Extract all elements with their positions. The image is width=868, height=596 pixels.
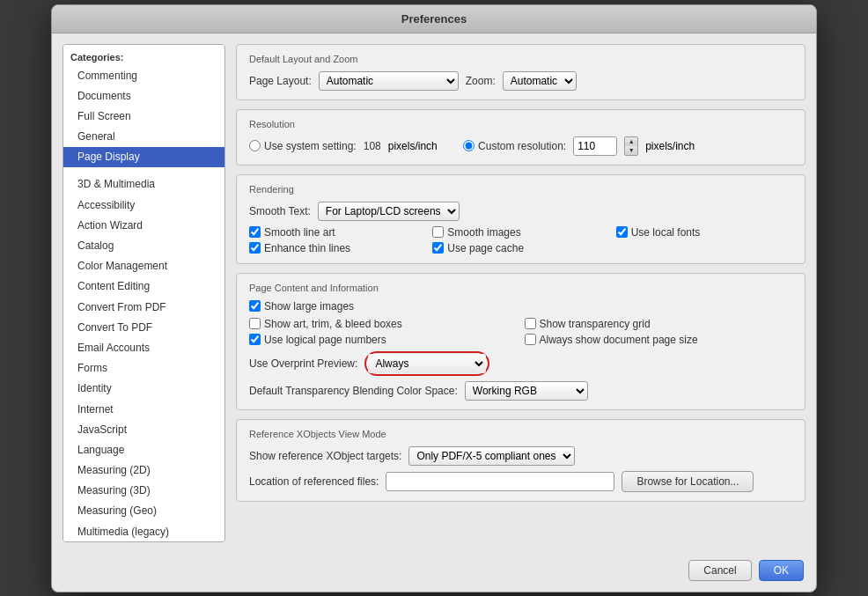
smooth-line-art-input[interactable] [249,226,261,238]
custom-resolution-input[interactable] [573,136,617,156]
sidebar-item-measuring-geo[interactable]: Measuring (Geo) [63,501,224,521]
use-page-cache-input[interactable] [432,242,444,254]
zoom-label: Zoom: [466,75,496,87]
use-local-fonts-checkbox: Use local fonts [616,226,792,239]
reference-xobjects-title: Reference XObjects View Mode [249,429,792,439]
smooth-text-label: Smooth Text: [249,205,311,217]
sidebar-item-identity[interactable]: Identity [63,379,224,399]
show-art-trim-label: Show art, trim, & bleed boxes [249,318,518,330]
custom-resolution-label: Custom resolution: [463,140,566,152]
rendering-section: Rendering Smooth Text: For Laptop/LCD sc… [236,174,805,264]
page-layout-label: Page Layout: [249,75,312,87]
sidebar-item-convert-from-pdf[interactable]: Convert From PDF [63,298,224,318]
sidebar-item-3d-multimedia[interactable]: 3D & Multimedia [63,174,224,195]
show-transparency-grid-input[interactable] [525,318,536,329]
sidebar-item-general[interactable]: General [63,127,224,147]
sidebar-item-full-screen[interactable]: Full Screen [63,107,224,127]
transparency-label: Default Transparency Blending Color Spac… [249,385,458,397]
show-targets-label: Show reference XObject targets: [249,450,401,462]
smooth-text-select[interactable]: For Laptop/LCD screens For Monitor For e… [318,202,460,221]
sidebar-item-accessibility[interactable]: Accessibility [63,195,224,216]
sidebar-item-forms[interactable]: Forms [63,358,224,379]
sidebar-item-measuring-2d[interactable]: Measuring (2D) [63,460,224,481]
overprint-select-wrapper: Always Only for PDF/X files Never [364,351,489,376]
categories-sidebar: Categories: Commenting Documents Full Sc… [63,44,225,542]
sidebar-item-multimedia-legacy[interactable]: Multimedia (legacy) [63,522,224,542]
preferences-dialog: Preferences Categories: Commenting Docum… [51,4,817,592]
show-large-images-input[interactable] [249,300,261,312]
page-content-section: Page Content and Information Show large … [236,273,805,410]
overprint-row: Use Overprint Preview: Always Only for P… [249,351,792,376]
show-large-images-label: Show large images [249,300,354,313]
location-input[interactable] [386,472,614,491]
smooth-text-row: Smooth Text: For Laptop/LCD screens For … [249,202,792,221]
use-system-radio[interactable] [249,140,261,151]
sidebar-item-internet[interactable]: Internet [63,400,224,420]
title-text: Preferences [401,12,467,26]
page-layout-row: Page Layout: Automatic Single Page Singl… [249,71,792,91]
transparency-row: Default Transparency Blending Color Spac… [249,381,792,401]
overprint-label: Use Overprint Preview: [249,357,357,370]
enhance-thin-lines-checkbox: Enhance thin lines [249,242,425,254]
zoom-select[interactable]: Automatic Fit Page Fit Width Fit Visible… [503,71,577,91]
use-logical-page-numbers-label: Use logical page numbers [249,334,518,346]
show-art-trim-input[interactable] [249,318,261,329]
sidebar-item-measuring-3d[interactable]: Measuring (3D) [63,481,224,501]
show-targets-select[interactable]: Only PDF/X-5 compliant ones Always Never [408,446,575,466]
sidebar-item-catalog[interactable]: Catalog [63,236,224,256]
resolution-title: Resolution [249,119,792,129]
sidebar-group2: 3D & Multimedia Accessibility Action Wiz… [63,174,224,541]
stepper-down-button[interactable]: ▼ [625,146,637,155]
use-local-fonts-input[interactable] [616,226,628,238]
location-label: Location of referenced files: [249,475,379,488]
cancel-button[interactable]: Cancel [688,560,751,581]
smooth-line-art-checkbox: Smooth line art [249,226,425,239]
reference-xobjects-section: Reference XObjects View Mode Show refere… [236,419,805,502]
smooth-images-checkbox: Smooth images [432,226,608,239]
transparency-select[interactable]: Working RGB Working CMYK sRGB IEC61966-2… [465,381,588,401]
sidebar-item-javascript[interactable]: JavaScript [63,420,224,440]
sidebar-item-email-accounts[interactable]: Email Accounts [63,338,224,358]
sidebar-item-color-management[interactable]: Color Management [63,256,224,276]
main-content: Default Layout and Zoom Page Layout: Aut… [236,44,805,542]
sidebar-divider [63,167,224,174]
dialog-body: Categories: Commenting Documents Full Sc… [52,33,816,553]
use-logical-page-numbers-input[interactable] [249,334,261,345]
sidebar-item-language[interactable]: Language [63,440,224,460]
smooth-images-input[interactable] [432,226,444,238]
enhance-thin-lines-input[interactable] [249,242,261,254]
sidebar-group1: Commenting Documents Full Screen General… [63,66,224,168]
sidebar-item-page-display[interactable]: Page Display [63,147,224,167]
ok-button[interactable]: OK [759,560,804,581]
default-layout-title: Default Layout and Zoom [249,54,792,64]
browse-button[interactable]: Browse for Location... [622,471,754,492]
use-page-cache-checkbox: Use page cache [432,242,608,254]
sidebar-item-content-editing[interactable]: Content Editing [63,276,224,297]
dialog-title: Preferences [52,5,816,33]
always-show-doc-page-size-input[interactable] [525,334,536,345]
page-content-title: Page Content and Information [249,283,792,293]
resolution-stepper[interactable]: ▲ ▼ [624,136,638,156]
rendering-title: Rendering [249,184,792,195]
default-layout-section: Default Layout and Zoom Page Layout: Aut… [236,44,805,100]
resolution-section: Resolution Use system setting: 108 pixel… [236,109,805,166]
sidebar-item-action-wizard[interactable]: Action Wizard [63,216,224,236]
dialog-footer: Cancel OK [52,553,816,592]
location-row: Location of referenced files: Browse for… [249,471,792,492]
show-large-images-row: Show large images [249,300,792,313]
stepper-up-button[interactable]: ▲ [625,137,637,146]
pixels-inch-2: pixels/inch [645,140,695,152]
show-targets-row: Show reference XObject targets: Only PDF… [249,446,792,466]
show-transparency-grid-label: Show transparency grid [525,318,793,330]
page-layout-select[interactable]: Automatic Single Page Single Page Contin… [319,71,459,91]
sidebar-item-commenting[interactable]: Commenting [63,66,224,86]
resolution-row: Use system setting: 108 pixels/inch Cust… [249,136,792,156]
sidebar-item-documents[interactable]: Documents [63,86,224,107]
system-value: 108 [364,140,381,152]
sidebar-item-convert-to-pdf[interactable]: Convert To PDF [63,318,224,338]
use-system-setting-label: Use system setting: [249,140,357,152]
always-show-doc-page-size-label: Always show document page size [525,334,793,346]
overprint-select[interactable]: Always Only for PDF/X files Never [368,354,486,373]
pixels-inch-1: pixels/inch [388,140,438,152]
custom-resolution-radio[interactable] [463,140,474,151]
